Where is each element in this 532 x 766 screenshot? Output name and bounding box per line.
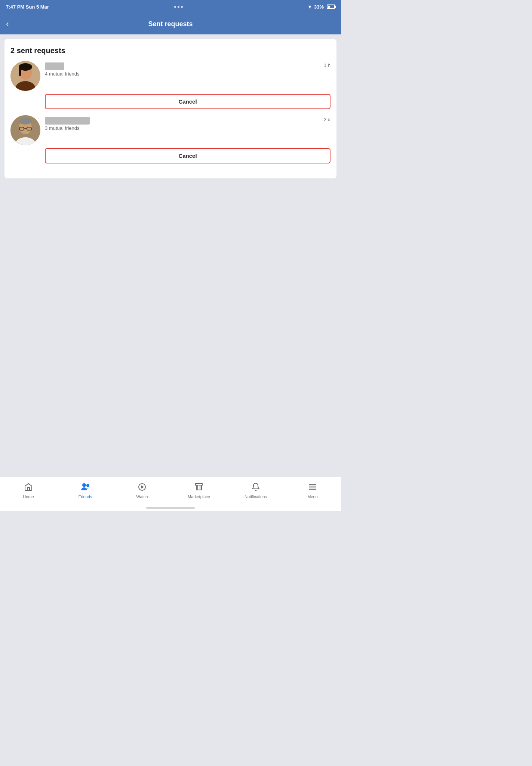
- svg-rect-4: [19, 67, 21, 76]
- battery-percent: 33%: [314, 4, 324, 10]
- status-center: [174, 6, 183, 8]
- page-title: Sent requests: [148, 20, 193, 28]
- request-mutual-1: 4 mutual friends: [45, 71, 319, 77]
- nav-item-notifications[interactable]: Notifications: [227, 477, 284, 504]
- menu-icon: [308, 482, 317, 493]
- svg-marker-16: [141, 485, 144, 488]
- sent-requests-title: 2 sent requests: [10, 46, 330, 55]
- home-icon: [24, 482, 33, 493]
- avatar-2: [10, 115, 40, 145]
- cancel-button-1[interactable]: Cancel: [45, 94, 330, 109]
- svg-point-14: [86, 484, 89, 487]
- request-time-2: 2 d: [324, 115, 330, 122]
- bell-icon: [251, 482, 260, 493]
- status-right: ▾ 33%: [308, 4, 335, 10]
- dot2: [178, 6, 179, 8]
- sent-requests-card: 2 sent requests: [4, 39, 336, 178]
- request-name-1: •••• ••: [45, 62, 319, 70]
- request-item: •••• •• 4 mutual friends 1 h Cancel: [10, 61, 330, 109]
- nav-item-watch[interactable]: Watch: [114, 477, 170, 504]
- request-mutual-2: 3 mutual friends: [45, 125, 319, 131]
- request-item-2: Samudra Neel 3 mutual friends 2 d Cancel: [10, 115, 330, 163]
- request-name-2: Samudra Neel: [45, 117, 319, 125]
- svg-point-13: [82, 483, 86, 487]
- nav-label-marketplace: Marketplace: [188, 494, 210, 499]
- marketplace-icon: [194, 482, 203, 493]
- nav-label-notifications: Notifications: [245, 494, 267, 499]
- request-top-1: •••• •• 4 mutual friends 1 h: [10, 61, 330, 91]
- avatar-1: [10, 61, 40, 91]
- nav-label-friends: Friends: [79, 494, 92, 499]
- cancel-button-2[interactable]: Cancel: [45, 148, 330, 163]
- status-bar: 7:47 PM Sun 5 Mar ▾ 33%: [0, 0, 341, 13]
- back-button[interactable]: ‹: [3, 16, 12, 32]
- main-content: 2 sent requests: [0, 34, 341, 477]
- friends-icon: [80, 482, 90, 493]
- header: ‹ Sent requests: [0, 13, 341, 34]
- battery-icon: [327, 4, 335, 9]
- wifi-icon: ▾: [308, 4, 311, 10]
- nav-item-menu[interactable]: Menu: [284, 477, 341, 504]
- request-info-2: Samudra Neel 3 mutual friends: [45, 115, 319, 131]
- svg-rect-12: [27, 487, 30, 490]
- dot3: [181, 6, 183, 8]
- nav-label-home: Home: [23, 494, 34, 499]
- nav-item-home[interactable]: Home: [0, 477, 57, 504]
- home-indicator: [0, 504, 341, 511]
- nav-label-watch: Watch: [136, 494, 148, 499]
- dot1: [174, 6, 176, 8]
- nav-label-menu: Menu: [307, 494, 318, 499]
- nav-item-marketplace[interactable]: Marketplace: [170, 477, 227, 504]
- bottom-nav: Home Friends Watch: [0, 477, 341, 504]
- svg-point-8: [19, 118, 32, 125]
- request-time-1: 1 h: [324, 61, 330, 68]
- request-info-1: •••• •• 4 mutual friends: [45, 61, 319, 77]
- request-top-2: Samudra Neel 3 mutual friends 2 d: [10, 115, 330, 145]
- watch-icon: [138, 482, 147, 493]
- status-time-date: 7:47 PM Sun 5 Mar: [6, 4, 49, 10]
- nav-item-friends[interactable]: Friends: [57, 477, 114, 504]
- home-bar: [146, 507, 195, 509]
